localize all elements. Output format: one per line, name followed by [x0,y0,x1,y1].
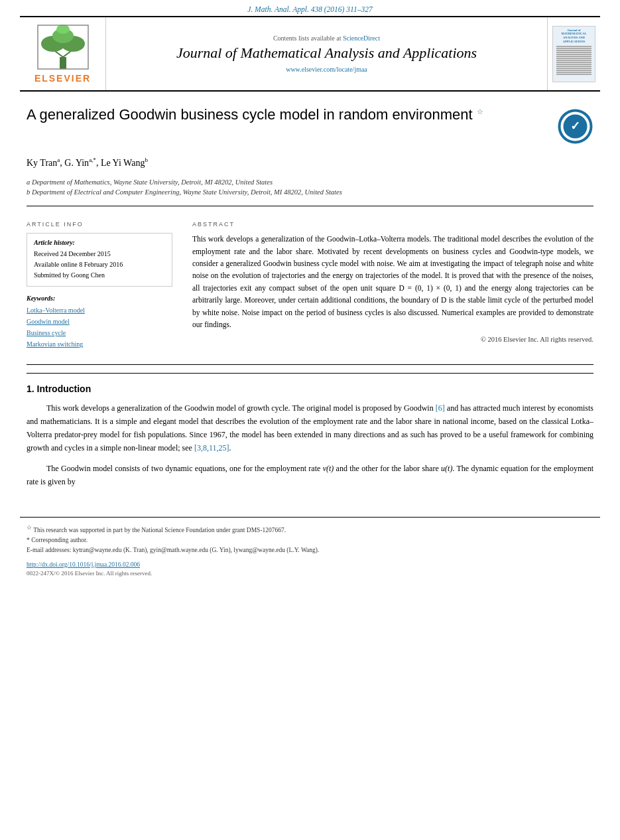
article-info-column: ARTICLE INFO Article history: Received 2… [27,221,172,350]
keywords-box: Keywords: Lotka–Volterra model Goodwin m… [27,295,172,350]
doi-link[interactable]: http://dx.doi.org/10.1016/j.jmaa.2016.02… [27,561,140,568]
crossmark-icon: ✓ [557,108,593,145]
thumb-title-text: Journal ofMATHEMATICALANALYSIS ANDAPPLIC… [561,29,586,44]
doi-section: http://dx.doi.org/10.1016/j.jmaa.2016.02… [27,561,593,568]
page-footer: ☆ This research was supported in part by… [20,517,600,582]
article-title-text: A generalized Goodwin business cycle mod… [27,106,473,123]
keyword-lotka[interactable]: Lotka–Volterra model [27,305,172,316]
ref-6-link[interactable]: [6] [436,403,445,413]
author-g-yin: G. Yin [64,158,89,168]
abstract-text: This work develops a generalization of t… [192,233,593,330]
author-wang-sup: b [145,157,148,163]
authors-section: Ky Trana, G. Yina,*, Le Yi Wangb [27,151,593,172]
author-ky-tran: Ky Tran [27,158,57,168]
elsevier-tree-icon [36,24,90,70]
elsevier-logo: ELSEVIER [34,24,91,84]
copyright-notice: © 2016 Elsevier Inc. All rights reserved… [192,336,593,343]
article-title: A generalized Goodwin business cycle mod… [27,105,497,125]
section-divider [27,206,593,206]
corresponding-author-note: * Corresponding author. [27,535,593,545]
svg-point-6 [56,25,70,34]
introduction-section: 1. Introduction This work develops a gen… [27,373,593,504]
abstract-column: ABSTRACT This work develops a generaliza… [192,221,593,350]
svg-text:✓: ✓ [570,119,580,133]
submitted-by: Submitted by Goong Chen [34,270,165,281]
variable-v: v(t) [323,464,334,473]
intro-paragraph-1: This work develops a generalization of t… [27,402,593,455]
author-tran-sup: a [57,157,60,163]
affiliation-a: a Department of Mathematics, Wayne State… [27,177,593,188]
intro-paragraph-2: The Goodwin model consists of two dynami… [27,462,593,489]
journal-header-center: Contents lists available at ScienceDirec… [106,17,547,90]
author-leyi-wang: Le Yi Wang [101,158,145,168]
article-history-title: Article history: [34,239,165,246]
footnote-star: ☆ [27,524,32,531]
crossmark-badge[interactable]: ✓ [557,108,593,145]
article-title-wrapper: A generalized Goodwin business cycle mod… [27,105,497,125]
article-star-footnote: ☆ [477,107,483,115]
contents-label: Contents lists available at [273,35,341,42]
received-date: Received 24 December 2015 [34,249,165,259]
affiliations: a Department of Mathematics, Wayne State… [27,177,593,198]
journal-header: ELSEVIER Contents lists available at Sci… [20,16,600,92]
article-info-label: ARTICLE INFO [27,221,172,228]
affiliation-b: b Department of Electrical and Computer … [27,187,593,198]
main-content: A generalized Goodwin business cycle mod… [20,92,600,504]
info-abstract-section: ARTICLE INFO Article history: Received 2… [27,214,593,356]
abstract-label: ABSTRACT [192,221,593,228]
available-date: Available online 8 February 2016 [34,259,165,270]
ref-3-8-11-25-link[interactable]: [3,8,11,25] [194,443,229,453]
email-addresses: E-mail addresses: kytran@wayne.edu (K. T… [27,545,593,555]
contents-available-line: Contents lists available at ScienceDirec… [273,35,380,42]
variable-u: u(t) [441,464,452,473]
introduction-heading: 1. Introduction [27,384,593,394]
intro-divider [27,364,593,365]
elsevier-brand-text: ELSEVIER [34,73,91,84]
sciencedirect-link[interactable]: ScienceDirect [343,35,380,42]
thumb-content-lines [555,45,593,76]
footnote-text-content: This research was supported in part by t… [33,527,286,533]
article-title-section: A generalized Goodwin business cycle mod… [27,92,593,151]
keyword-business[interactable]: Business cycle [27,327,172,338]
article-history-box: Article history: Received 24 December 20… [27,233,172,287]
issn-line: 0022-247X/© 2016 Elsevier Inc. All right… [27,570,593,577]
footnote-research-support: ☆ This research was supported in part by… [27,523,593,535]
keywords-label: Keywords: [27,295,172,302]
emails-text: E-mail addresses: kytran@wayne.edu (K. T… [27,547,319,553]
journal-url-link[interactable]: www.elsevier.com/locate/jmaa [286,66,367,73]
keyword-markovian[interactable]: Markovian switching [27,338,172,350]
journal-title: Journal of Mathematical Analysis and App… [176,44,477,62]
svg-rect-0 [60,57,66,69]
keyword-goodwin[interactable]: Goodwin model [27,316,172,327]
journal-thumbnail: Journal ofMATHEMATICALANALYSIS ANDAPPLIC… [552,26,595,82]
journal-reference: J. Math. Anal. Appl. 438 (2016) 311–327 [0,0,620,16]
elsevier-logo-section: ELSEVIER [20,17,106,90]
journal-thumbnail-section: Journal ofMATHEMATICALANALYSIS ANDAPPLIC… [547,17,600,90]
author-yin-sup: a,* [89,157,96,163]
